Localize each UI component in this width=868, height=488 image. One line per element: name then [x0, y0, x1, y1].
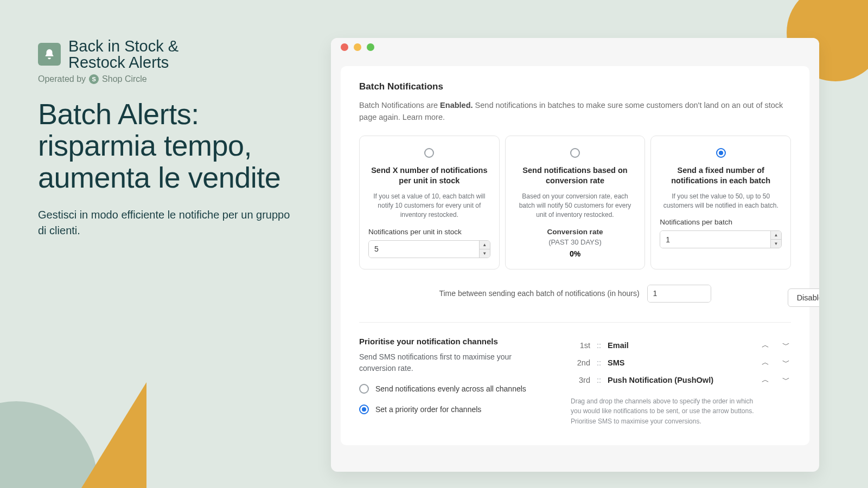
- option-even-channels[interactable]: Send notifications evenly across all cha…: [359, 384, 549, 394]
- separator: ::: [597, 341, 601, 350]
- panel-title: Batch Notifications: [359, 81, 791, 92]
- shop-circle-icon: S: [89, 74, 99, 84]
- learn-more-link[interactable]: Learn more.: [403, 113, 445, 121]
- card-desc: If you set a value of 10, each batch wil…: [368, 192, 490, 220]
- stepper-down-icon[interactable]: ▼: [771, 240, 781, 248]
- field-label: Notifications per unit in stock: [368, 228, 490, 236]
- brand-logo: Back in Stock & Restock Alerts: [38, 38, 298, 71]
- channel-ordinal: 1st: [571, 341, 590, 350]
- radio-priority[interactable]: [359, 404, 369, 414]
- operated-by: Operated by S Shop Circle: [38, 74, 298, 84]
- option-per-unit[interactable]: Send X number of notifications per unit …: [359, 136, 500, 269]
- time-between-input[interactable]: ▲ ▼: [647, 285, 711, 303]
- option-fixed-number[interactable]: Send a fixed number of notifications in …: [650, 136, 791, 269]
- decoration-triangle: [81, 382, 146, 488]
- divider: [359, 322, 791, 323]
- stepper-down-icon[interactable]: ▼: [480, 249, 490, 258]
- separator: ::: [597, 376, 601, 384]
- bell-icon: [38, 43, 61, 66]
- option-priority-order[interactable]: Set a priority order for channels: [359, 404, 549, 414]
- chevron-up-icon[interactable]: ︿: [761, 358, 770, 368]
- input-value[interactable]: [648, 285, 711, 302]
- window-titlebar: [331, 38, 819, 56]
- chevron-up-icon[interactable]: ︿: [761, 375, 770, 385]
- batch-notifications-panel: Batch Notifications Batch Notifications …: [341, 66, 809, 445]
- notifications-per-unit-input[interactable]: ▲ ▼: [368, 240, 490, 258]
- radio-even[interactable]: [359, 384, 369, 394]
- card-title: Send a fixed number of notifications in …: [660, 165, 782, 187]
- brand-name: Back in Stock & Restock Alerts: [68, 38, 178, 71]
- stepper-up-icon[interactable]: ▲: [771, 231, 781, 240]
- chevron-up-icon[interactable]: ︿: [761, 341, 770, 350]
- disable-button[interactable]: Disable: [788, 288, 819, 307]
- radio-fixed[interactable]: [716, 148, 726, 158]
- priority-help-text: Drag and drop the channels above to spec…: [571, 396, 755, 427]
- channel-name: Push Notification (PushOwl): [608, 376, 713, 384]
- option-label: Set a priority order for channels: [375, 405, 481, 414]
- option-conversion-rate[interactable]: Send notifications based on conversion r…: [505, 136, 646, 269]
- conversion-rate-period: (PAST 30 DAYS): [548, 238, 602, 246]
- time-between-label: Time between sending each batch of notif…: [439, 289, 639, 298]
- priority-subtitle: Send SMS notifications first to maximise…: [359, 351, 549, 374]
- card-title: Send notifications based on conversion r…: [514, 165, 636, 187]
- window-zoom-icon[interactable]: [367, 43, 374, 51]
- input-value[interactable]: [369, 241, 479, 258]
- channel-row-sms[interactable]: 2nd :: SMS ︿ ﹀: [571, 354, 791, 371]
- marketing-subhead: Gestisci in modo efficiente le notifiche…: [38, 207, 298, 239]
- channel-row-email[interactable]: 1st :: Email ︿ ﹀: [571, 337, 791, 354]
- window-minimize-icon[interactable]: [354, 43, 361, 51]
- conversion-rate-value: 0%: [570, 249, 580, 258]
- option-label: Send notifications evenly across all cha…: [375, 384, 526, 393]
- window-close-icon[interactable]: [341, 43, 348, 51]
- chevron-down-icon[interactable]: ﹀: [781, 358, 791, 368]
- marketing-headline: Batch Alerts: risparmia tempo, aumenta l…: [38, 98, 298, 193]
- conversion-rate-label: Conversion rate: [547, 228, 603, 236]
- input-value[interactable]: [660, 231, 770, 248]
- channel-ordinal: 2nd: [571, 358, 590, 367]
- priority-title: Prioritise your notification channels: [359, 337, 549, 346]
- chevron-down-icon[interactable]: ﹀: [781, 341, 791, 350]
- panel-status: Batch Notifications are Enabled. Send no…: [359, 100, 791, 124]
- channel-ordinal: 3rd: [571, 376, 590, 384]
- radio-per-unit[interactable]: [424, 148, 434, 158]
- card-desc: If you set the value to 50, up to 50 cus…: [660, 192, 782, 211]
- field-label: Notifications per batch: [660, 218, 782, 226]
- separator: ::: [597, 358, 601, 367]
- stepper-up-icon[interactable]: ▲: [480, 241, 490, 249]
- card-desc: Based on your conversion rate, each batc…: [514, 192, 636, 220]
- channel-row-push[interactable]: 3rd :: Push Notification (PushOwl) ︿ ﹀: [571, 371, 791, 389]
- app-window: Batch Notifications Batch Notifications …: [331, 38, 819, 472]
- chevron-down-icon[interactable]: ﹀: [781, 375, 791, 385]
- notifications-per-batch-input[interactable]: ▲ ▼: [660, 230, 782, 248]
- channel-name: SMS: [608, 358, 624, 367]
- radio-conversion[interactable]: [570, 148, 580, 158]
- card-title: Send X number of notifications per unit …: [368, 165, 490, 187]
- channel-name: Email: [608, 341, 629, 350]
